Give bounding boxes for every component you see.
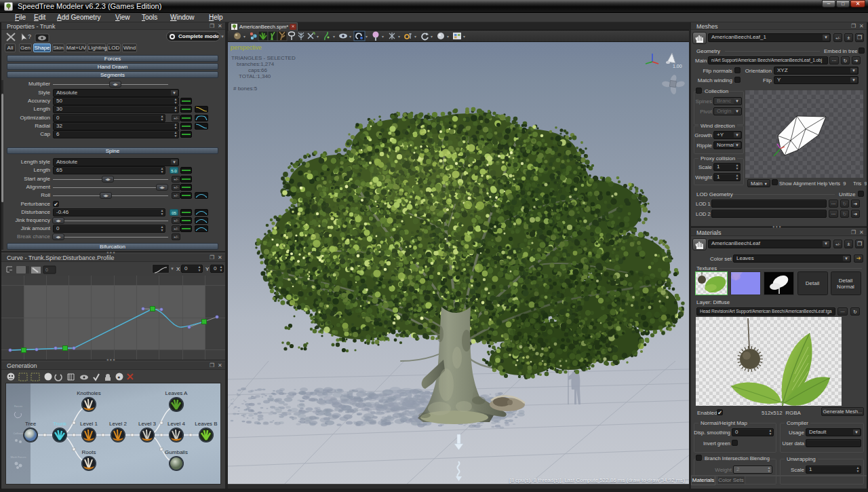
svg-text:1.00: 1.00 [673,64,682,69]
svg-text:▾: ▾ [463,35,465,39]
svg-text:Normal: Normal [837,284,854,290]
svg-text:Detail: Detail [806,280,820,286]
svg-text:Level 3: Level 3 [138,421,156,427]
svg-text:Forces: Forces [14,404,22,408]
svg-text:Level 4: Level 4 [167,421,185,427]
svg-text:▾: ▾ [382,35,384,39]
svg-text:?: ? [28,33,31,40]
svg-text:▾: ▾ [333,35,335,39]
svg-text:▾: ▾ [398,35,400,39]
svg-text:▾: ▾ [349,35,351,39]
svg-text:Level 1: Level 1 [80,421,98,427]
svg-text:▾: ▾ [431,35,433,39]
svg-text:Knotholes: Knotholes [77,390,101,396]
svg-text:Detail: Detail [839,278,853,284]
svg-text:Tree: Tree [25,421,37,427]
svg-text:Roots: Roots [82,449,96,455]
svg-text:Gumballs: Gumballs [165,449,188,455]
svg-text:Leaves B: Leaves B [195,421,217,427]
svg-text:▾: ▾ [414,35,416,39]
svg-text:▾: ▾ [317,35,319,39]
svg-text:●: ● [117,375,120,379]
svg-text:0: 0 [45,267,48,272]
svg-text:Level 2: Level 2 [109,421,127,427]
svg-text:Leaves A: Leaves A [165,390,189,396]
svg-text:▾: ▾ [243,35,245,39]
svg-text:▾: ▾ [447,35,449,39]
svg-text:Trunk: Trunk [53,421,67,427]
svg-text:▾: ▾ [366,35,368,39]
svg-text:Mesh Forces: Mesh Forces [10,455,26,459]
svg-text:Collision: Collision [13,432,23,435]
